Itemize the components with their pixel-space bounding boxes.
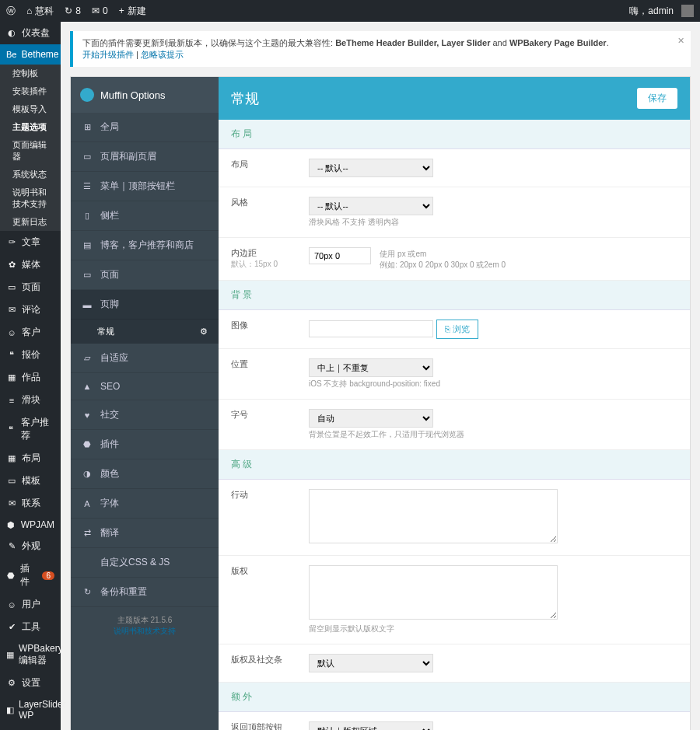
input-image[interactable] [309,320,433,337]
mfn-menu-item[interactable]: ▯侧栏 [71,201,219,231]
wp-menu-item[interactable]: ◐仪表盘 [0,22,61,44]
muffin-logo: Muffin Options [71,77,219,113]
select-layout[interactable]: -- 默认-- [309,159,433,177]
label-style: 风格 [231,197,309,228]
section-advanced: 高 级 [219,450,690,480]
wp-admin-sidebar: ◐仪表盘BeBetheme控制板安装插件模板导入主题选项页面编辑器系统状态说明书… [0,22,61,730]
section-background: 背 景 [219,281,690,310]
label-position: 位置 [231,358,309,389]
wp-menu-item[interactable]: ◑Slider Revolution [0,725,61,730]
new-link[interactable]: + 新建 [119,5,146,18]
label-copy-social: 版权及社交条 [231,654,309,672]
mfn-menu-item[interactable]: ▤博客，客户推荐和商店 [71,231,219,260]
mfn-menu-item[interactable]: ⇄翻译 [71,519,219,548]
label-size: 字号 [231,409,309,440]
mfn-menu-item[interactable]: A字体 [71,489,219,519]
mfn-menu-item[interactable]: ⊞全局 [71,113,219,142]
mfn-menu-item[interactable]: ♥社交 [71,400,219,430]
mfn-menu-item[interactable]: ▲SEO [71,373,219,400]
comments-link[interactable]: ✉ 0 [92,5,108,16]
section-layout: 布 局 [219,120,690,149]
label-image: 图像 [231,320,309,339]
select-copy-social[interactable]: 默认 [309,654,433,672]
mfn-menu-item[interactable]: ▭页眉和副页眉 [71,142,219,172]
wp-menu-item[interactable]: ▦布局 [0,447,61,470]
wp-submenu-item[interactable]: 更新日志 [0,213,61,231]
wp-menu-item[interactable]: ✑文章 [0,231,61,253]
section-extra: 额 外 [219,683,690,712]
mfn-submenu-item[interactable]: 常规⚙ [71,320,219,344]
mfn-menu-item[interactable]: ☰菜单｜顶部按钮栏 [71,172,219,201]
label-padding: 内边距默认：15px 0 [231,247,309,271]
label-copyright: 版权 [231,565,309,634]
label-layout: 布局 [231,159,309,177]
select-backtop[interactable]: 默认｜版权区域 [309,721,433,730]
input-padding[interactable] [309,247,371,264]
wp-logo[interactable]: ⓦ [6,5,16,18]
wp-menu-item[interactable]: ▭页面 [0,276,61,299]
mfn-menu-item[interactable]: ⬣插件 [71,430,219,459]
wp-menu-item[interactable]: ⚙设置 [0,672,61,694]
updates-link[interactable]: ↻ 8 [65,5,81,16]
wp-menu-item[interactable]: ✿媒体 [0,253,61,276]
wp-submenu-item[interactable]: 页面编辑器 [0,136,61,166]
wp-menu-item[interactable]: ❝报价 [0,344,61,366]
label-actions: 行动 [231,489,309,546]
mfn-menu-item[interactable]: ▭页面 [71,260,219,290]
select-size[interactable]: 自动 [309,409,433,428]
mfn-menu-item[interactable]: ▬页脚 [71,290,219,320]
wp-submenu-item[interactable]: 控制板 [0,65,61,82]
wp-menu-item[interactable]: ≡滑块 [0,389,61,411]
wp-menu-item[interactable]: ✉联系 [0,492,61,515]
mfn-menu-item[interactable]: 自定义CSS & JS [71,548,219,578]
wp-menu-item[interactable]: ☺用户 [0,593,61,616]
user-greeting[interactable]: 嗨，admin [629,5,674,18]
select-position[interactable]: 中上｜不重复 [309,358,433,377]
textarea-actions[interactable] [309,489,558,543]
mfn-menu-item[interactable]: ▱自适应 [71,344,219,373]
textarea-copyright[interactable] [309,565,558,620]
panel-header: 常规 保存 [219,77,690,120]
mfn-menu-item[interactable]: ↻备份和重置 [71,578,219,607]
theme-version: 主题版本 21.5.6 说明书和技术支持 [71,607,219,644]
wp-menu-item[interactable]: BeBetheme [0,44,61,65]
label-backtop: 返回顶部按钮 [231,721,309,730]
site-link[interactable]: ⌂ 慧科 [26,5,54,18]
wp-menu-item[interactable]: ◧LayerSlider WP [0,694,61,725]
mfn-menu-item[interactable]: ◑颜色 [71,459,219,489]
wp-submenu-item[interactable]: 模板导入 [0,100,61,118]
wp-menu-item[interactable]: ✔工具 [0,616,61,638]
close-icon[interactable]: ✕ [677,36,684,46]
wp-menu-item[interactable]: ✎外观 [0,535,61,557]
update-notice: ✕ 下面的插件需要更新到最新版本，以确保与这个主题的最大兼容性: BeTheme… [70,31,691,67]
wp-menu-item[interactable]: ▭模板 [0,470,61,492]
avatar[interactable] [681,5,694,17]
wp-menu-item[interactable]: ▦作品 [0,366,61,389]
wp-submenu-item[interactable]: 安装插件 [0,82,61,100]
wp-menu-item[interactable]: ❝客户推荐 [0,411,61,447]
wp-menu-item[interactable]: ✉评论 [0,299,61,321]
wp-menu-item[interactable]: ⬣插件6 [0,557,61,593]
wp-submenu-item[interactable]: 主题选项 [0,118,61,136]
wp-menu-item[interactable]: ⬢WPJAM [0,515,61,535]
dismiss-link[interactable]: 忽略该提示 [141,50,184,59]
browse-button[interactable]: ⎘ 浏览 [436,320,478,339]
upgrade-link[interactable]: 开始升级插件 [82,50,134,59]
wp-submenu-item[interactable]: 系统状态 [0,166,61,183]
select-style[interactable]: -- 默认-- [309,197,433,215]
docs-link[interactable]: 说明书和技术支持 [114,627,176,635]
wp-menu-item[interactable]: ☺客户 [0,321,61,344]
save-button[interactable]: 保存 [637,88,677,109]
wp-menu-item[interactable]: ▦WPBakery编辑器 [0,638,61,672]
wp-submenu-item[interactable]: 说明书和技术支持 [0,183,61,213]
